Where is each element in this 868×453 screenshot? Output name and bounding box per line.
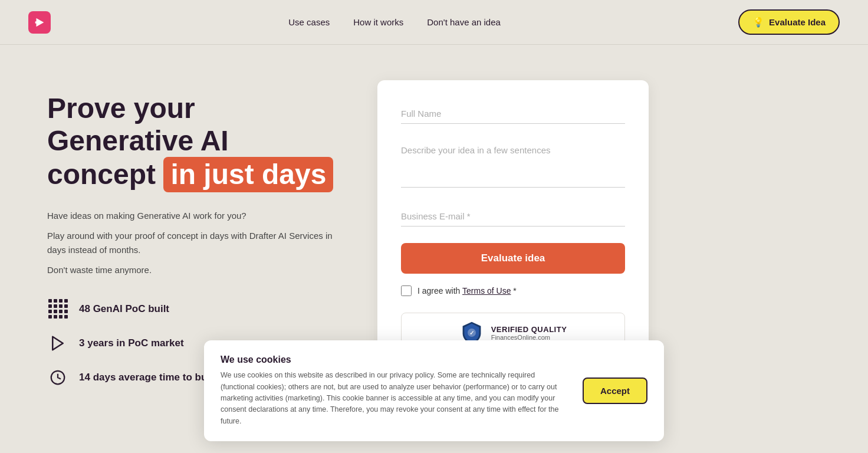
svg-marker-2 (52, 336, 63, 350)
full-name-input[interactable] (401, 104, 625, 124)
stat-years-text: 3 years in PoC market (79, 337, 184, 349)
verified-text: VERIFIED QUALITY FinancesOnline.com (491, 325, 567, 341)
cookie-text: We use cookies on this website as descri… (221, 370, 559, 427)
stat-genai: 48 GenAI PoC built (47, 298, 342, 320)
cookie-accept-button[interactable]: Accept (583, 378, 647, 404)
idea-input[interactable] (401, 140, 625, 188)
evaluate-idea-button[interactable]: Evaluate idea (401, 243, 625, 274)
hero-desc2: Play around with your proof of concept i… (47, 229, 342, 257)
nav-no-idea[interactable]: Don't have an idea (427, 17, 501, 27)
logo[interactable] (28, 11, 51, 34)
cookie-banner: We use cookies We use cookies on this we… (204, 340, 664, 441)
cookie-content: We use cookies We use cookies on this we… (221, 354, 559, 427)
nav-evaluate-button[interactable]: 💡 Evaluate Idea (738, 9, 840, 35)
hero-title: Prove your Generative AI concept in just… (47, 92, 342, 192)
play-icon (47, 333, 68, 354)
nav-use-cases[interactable]: Use cases (288, 17, 330, 27)
bulb-icon: 💡 (752, 17, 764, 28)
navbar: Use cases How it works Don't have an ide… (0, 0, 868, 45)
stat-genai-text: 48 GenAI PoC built (79, 303, 169, 315)
grid-icon (47, 298, 68, 320)
nav-links: Use cases How it works Don't have an ide… (288, 17, 501, 27)
stat-days-text: 14 days average time to build (79, 372, 219, 383)
verified-sub-text: FinancesOnline.com (491, 334, 567, 341)
idea-field (401, 140, 625, 190)
terms-link[interactable]: Terms of Use (462, 286, 511, 296)
svg-rect-1 (35, 21, 38, 24)
svg-marker-0 (37, 18, 44, 27)
hero-desc3: Don't waste time anymore. (47, 263, 342, 277)
cookie-title: We use cookies (221, 354, 559, 365)
contact-form-panel: Evaluate idea I agree with Terms of Use … (377, 80, 649, 374)
svg-text:✓: ✓ (469, 330, 474, 336)
terms-checkbox[interactable] (401, 285, 412, 296)
email-input[interactable] (401, 206, 625, 226)
verified-main-text: VERIFIED QUALITY (491, 325, 567, 334)
nav-how-it-works[interactable]: How it works (353, 17, 403, 27)
full-name-field (401, 104, 625, 124)
terms-row: I agree with Terms of Use * (401, 285, 625, 296)
email-field (401, 206, 625, 226)
hero-highlight: in just days (163, 157, 333, 192)
clock-icon (47, 367, 68, 388)
hero-desc1: Have ideas on making Generative AI work … (47, 209, 342, 223)
logo-icon (28, 11, 51, 34)
terms-label: I agree with Terms of Use * (417, 286, 517, 296)
